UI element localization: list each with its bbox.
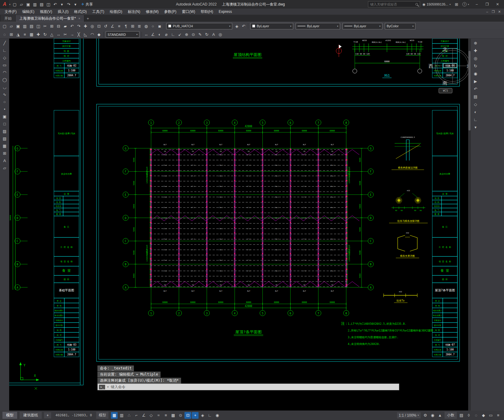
close-button[interactable]: ✕ bbox=[492, 0, 503, 9]
dim-radius-icon[interactable]: ◐ bbox=[156, 31, 163, 38]
layer-lock-icon[interactable]: ◙ bbox=[156, 23, 163, 29]
undo-icon[interactable]: ↶ bbox=[69, 23, 75, 29]
zoom-previous-icon[interactable]: ↺ bbox=[102, 23, 109, 29]
redo-icon[interactable]: ↷ bbox=[65, 1, 72, 8]
ucs-icon-toggle-icon[interactable]: ∟ bbox=[472, 116, 479, 123]
isolate-objects-icon[interactable]: ◌ bbox=[473, 412, 479, 419]
center-mark-icon[interactable]: ⊙ bbox=[190, 31, 197, 38]
quick-calc-icon[interactable]: ≡ bbox=[116, 23, 123, 29]
point-icon[interactable]: • bbox=[1, 106, 8, 112]
measure-icon[interactable]: ∠ bbox=[109, 23, 116, 29]
camera-icon[interactable]: ◐ bbox=[472, 108, 479, 115]
gradient-icon[interactable]: ▧ bbox=[1, 135, 8, 142]
save-icon[interactable]: ▣ bbox=[15, 23, 21, 29]
annotation-scale-button[interactable]: 1:1 / 100% ▾ bbox=[397, 412, 421, 418]
linetype-dropdown[interactable]: ByLayer ▾ bbox=[296, 23, 340, 29]
lineweight-dropdown[interactable]: ByLayer ▾ bbox=[343, 23, 382, 29]
detail-drawings[interactable]: C140X50X20X2.5檩条构造做法详图60606060∅12拉条与檩条连接… bbox=[384, 136, 428, 303]
adjacent-sheet-grid[interactable]: GFEDCBA30000 bbox=[9, 146, 28, 290]
undo-icon[interactable]: ↶ bbox=[52, 1, 59, 8]
match-properties-icon[interactable]: ▰ bbox=[62, 23, 69, 29]
find-replace-icon[interactable]: ◎ bbox=[217, 31, 224, 38]
menu-item-0[interactable]: 文件(F) bbox=[2, 9, 19, 14]
share-button[interactable]: ✈ 共享 bbox=[81, 2, 93, 7]
annotation-visibility-icon[interactable]: ◉ bbox=[429, 412, 436, 419]
mirror-icon[interactable]: ◮ bbox=[15, 31, 21, 38]
selection-cycling-icon[interactable]: ⊙ bbox=[177, 412, 184, 419]
hatch-icon[interactable]: ▨ bbox=[1, 128, 8, 134]
pan-icon[interactable]: ✚ bbox=[472, 47, 479, 54]
model-space-canvas[interactable]: 方案设计设计计算制 图校 对工程编号图 号结施-02出图比例1:100出图日期2… bbox=[9, 39, 471, 411]
menu-item-10[interactable]: 窗口(W) bbox=[179, 9, 198, 14]
save-as-icon[interactable]: ▥ bbox=[21, 23, 28, 29]
array-icon[interactable]: ▦ bbox=[28, 31, 35, 38]
menu-item-3[interactable]: 插入(I) bbox=[55, 9, 71, 14]
pan-realtime-icon[interactable]: ✚ bbox=[82, 23, 89, 29]
title-block-partial[interactable]: 方案设计设计计算制 图校 对工程编号图 号结施-02出图比例1:100出图日期2… bbox=[54, 39, 79, 78]
save-icon[interactable]: ▣ bbox=[25, 1, 32, 8]
clean-screen-icon[interactable]: ▭ bbox=[487, 412, 494, 419]
units-button[interactable]: 小数 bbox=[445, 412, 457, 419]
move-icon[interactable]: ✚ bbox=[35, 31, 42, 38]
graphics-performance-icon[interactable]: ◆ bbox=[480, 412, 487, 419]
insert-block-icon[interactable]: ▣ bbox=[1, 113, 8, 120]
plot-style-dropdown[interactable]: ByColor ▾ bbox=[385, 23, 415, 29]
object-snap-icon[interactable]: ⊡ bbox=[184, 412, 191, 419]
plot-preview-icon[interactable]: ◫ bbox=[45, 1, 52, 8]
grid-icon[interactable]: ▦ bbox=[111, 412, 118, 419]
search-input[interactable] bbox=[370, 2, 414, 6]
dynamic-ucs-icon[interactable]: ∟ bbox=[207, 412, 213, 419]
color-dropdown[interactable]: ByLayer ▾ bbox=[250, 23, 293, 29]
doc-close-button[interactable]: ✕ bbox=[497, 10, 502, 14]
copy-icon[interactable]: ⊞ bbox=[8, 31, 15, 38]
3d-object-snap-icon[interactable]: ◈ bbox=[199, 412, 206, 419]
dim-aligned-icon[interactable]: ∠ bbox=[150, 31, 156, 38]
fillet-icon[interactable]: ◠ bbox=[89, 31, 96, 38]
ellipse-icon[interactable]: ○ bbox=[1, 98, 8, 105]
3d-view-icon[interactable]: ◇ bbox=[472, 101, 479, 108]
annotation-monitor-icon[interactable]: ◉ bbox=[214, 412, 221, 419]
plot-icon[interactable]: ▤ bbox=[28, 23, 35, 29]
orbit-icon[interactable]: ↻ bbox=[472, 62, 479, 69]
trim-icon[interactable]: ✂ bbox=[62, 31, 69, 38]
customize-icon[interactable]: ≡ bbox=[495, 412, 502, 419]
menu-item-12[interactable]: Express bbox=[216, 9, 235, 14]
scale-icon[interactable]: △ bbox=[48, 31, 55, 38]
dim-update-icon[interactable]: ↻ bbox=[203, 31, 210, 38]
help-button[interactable]: ? ▾ bbox=[462, 2, 469, 6]
zoom-window-icon[interactable]: ⊡ bbox=[96, 23, 102, 29]
nav-settings-icon[interactable]: ▾ bbox=[472, 124, 479, 131]
close-tab-icon[interactable]: × bbox=[78, 17, 80, 20]
cut-icon[interactable]: ✂ bbox=[42, 23, 48, 29]
maximize-button[interactable]: ❐ bbox=[482, 0, 492, 9]
zoom-extents-icon[interactable]: ◎ bbox=[472, 55, 479, 62]
make-object-layer-current-icon[interactable]: ◈ bbox=[233, 23, 240, 29]
quick-properties-icon[interactable]: ▤ bbox=[458, 412, 465, 419]
multiline-text-icon[interactable]: A bbox=[210, 31, 217, 38]
menu-item-1[interactable]: 编辑(E) bbox=[19, 9, 37, 14]
wipeout-icon[interactable]: ▱ bbox=[1, 165, 8, 171]
region-icon[interactable]: ▦ bbox=[1, 142, 8, 149]
qnew-icon[interactable]: ▢ bbox=[1, 23, 8, 29]
dynamic-input-icon[interactable]: + bbox=[192, 412, 199, 419]
text-style-dropdown[interactable]: STANDARD ▾ bbox=[106, 31, 139, 38]
cad-drawing[interactable]: 方案设计设计计算制 图校 对工程编号图 号结施-02出图比例1:100出图日期2… bbox=[9, 39, 471, 411]
menu-item-7[interactable]: 标注(N) bbox=[125, 9, 143, 14]
table-icon[interactable]: ⊞ bbox=[129, 23, 136, 29]
lock-ui-icon[interactable]: ◊ bbox=[465, 412, 472, 419]
infer-constraints-icon[interactable]: ∴ bbox=[126, 412, 132, 419]
spline-icon[interactable]: ∿ bbox=[1, 91, 8, 98]
layer-properties-icon[interactable]: ≣ bbox=[136, 23, 143, 29]
copy-clip-icon[interactable]: ⊞ bbox=[48, 23, 55, 29]
redo-icon[interactable]: ↷ bbox=[75, 23, 82, 29]
plot-icon[interactable]: ▤ bbox=[38, 1, 45, 8]
autoscale-icon[interactable]: ▲ bbox=[437, 412, 443, 419]
model-paper-toggle[interactable]: 模型 bbox=[96, 412, 108, 419]
dim-linear-icon[interactable]: ↔ bbox=[143, 31, 150, 38]
plot-preview-icon[interactable]: ◫ bbox=[35, 23, 42, 29]
make-block-icon[interactable]: □ bbox=[1, 120, 8, 127]
tolerance-icon[interactable]: ⊕ bbox=[183, 31, 190, 38]
menu-item-11[interactable]: 帮助(H) bbox=[198, 9, 216, 14]
start-tab[interactable]: 开始 bbox=[1, 15, 16, 22]
doc-minimize-button[interactable]: – bbox=[484, 10, 490, 14]
